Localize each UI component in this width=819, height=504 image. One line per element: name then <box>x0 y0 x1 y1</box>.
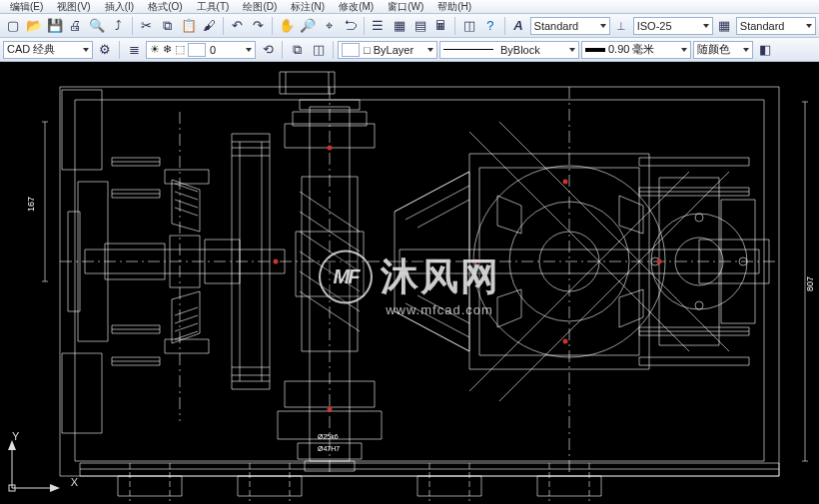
dim-right: 807 <box>805 276 815 291</box>
separator <box>282 41 283 59</box>
svg-line-19 <box>175 200 198 208</box>
dsm-icon[interactable]: ▦ <box>390 16 409 36</box>
chevron-down-icon <box>743 48 749 52</box>
menu-view[interactable]: 视图(V) <box>51 0 96 14</box>
menu-format[interactable]: 格式(O) <box>142 0 188 14</box>
separator <box>223 17 224 35</box>
textstyle-icon[interactable]: A <box>508 16 527 36</box>
zoom-win-icon[interactable]: ⌖ <box>320 16 339 36</box>
axis-x-label: X <box>71 476 78 488</box>
svg-marker-92 <box>619 289 643 327</box>
block-icon[interactable]: ◫ <box>459 16 478 36</box>
new-icon[interactable]: ▢ <box>3 16 22 36</box>
dimstyle-icon[interactable]: ⟂ <box>612 16 631 36</box>
redo-icon[interactable]: ↷ <box>249 16 268 36</box>
color-dropdown[interactable]: □ ByLayer <box>338 41 437 59</box>
dim-style-dropdown[interactable]: ISO-25 <box>633 17 713 35</box>
svg-line-70 <box>417 200 469 228</box>
drawing-canvas[interactable]: 167 807 <box>0 62 819 504</box>
chevron-down-icon <box>600 24 606 28</box>
menu-help[interactable]: 帮助(H) <box>431 0 477 14</box>
layer-color-swatch <box>188 43 206 57</box>
color-swatch <box>342 43 360 57</box>
svg-rect-115 <box>417 476 481 496</box>
paste-icon[interactable]: 📋 <box>179 16 198 36</box>
tablestyle-icon[interactable]: ▦ <box>715 16 734 36</box>
cut-icon[interactable]: ✂ <box>137 16 156 36</box>
svg-rect-117 <box>62 90 102 170</box>
menu-window[interactable]: 窗口(W) <box>382 0 429 14</box>
menu-modify[interactable]: 修改(M) <box>333 0 380 14</box>
pan-icon[interactable]: ✋ <box>277 16 296 36</box>
help-icon[interactable]: ? <box>480 16 499 36</box>
svg-point-95 <box>695 214 703 222</box>
svg-line-20 <box>175 208 198 216</box>
linetype-dropdown[interactable]: ByBlock <box>439 41 579 59</box>
publish-icon[interactable]: ⤴ <box>109 16 128 36</box>
print-icon[interactable]: 🖨 <box>66 16 85 36</box>
menu-edit[interactable]: 编辑(E) <box>4 0 49 14</box>
svg-point-102 <box>657 259 662 264</box>
plotcolor-dropdown[interactable]: 随颜色 <box>693 41 753 59</box>
linetype-value: ByBlock <box>500 44 540 56</box>
svg-marker-91 <box>619 196 643 234</box>
props-icon[interactable]: ☰ <box>369 16 388 36</box>
save-icon[interactable]: 💾 <box>45 16 64 36</box>
svg-point-96 <box>695 301 703 309</box>
table-style-dropdown[interactable]: Standard <box>736 17 816 35</box>
zoom-prev-icon[interactable]: ⮌ <box>341 16 360 36</box>
layer-freeze-icon: ❄ <box>163 43 172 56</box>
workspace-value: CAD 经典 <box>7 42 55 57</box>
undo-icon[interactable]: ↶ <box>228 16 247 36</box>
menu-dim[interactable]: 标注(N) <box>285 0 331 14</box>
workspace-dropdown[interactable]: CAD 经典 <box>3 41 93 59</box>
tp-icon[interactable]: ▤ <box>410 16 429 36</box>
svg-line-69 <box>406 303 469 337</box>
menu-insert[interactable]: 插入(I) <box>99 0 140 14</box>
dim-left: 167 <box>26 197 36 212</box>
text-style-dropdown[interactable]: Standard <box>530 17 610 35</box>
svg-line-59 <box>300 291 360 331</box>
svg-line-73 <box>469 172 689 391</box>
zoom-rt-icon[interactable]: 🔎 <box>298 16 317 36</box>
svg-marker-89 <box>497 196 521 234</box>
open-icon[interactable]: 📂 <box>24 16 43 36</box>
svg-marker-122 <box>50 484 60 492</box>
qcalc-icon[interactable]: 🖩 <box>431 16 450 36</box>
chevron-down-icon <box>427 48 433 52</box>
layers-icon[interactable]: ≣ <box>124 40 144 60</box>
svg-rect-2 <box>280 72 335 94</box>
toolbar-properties: CAD 经典 ⚙ ≣ ☀ ❄ ⬚ 0 ⟲ ⧉ ◫ □ ByLayer ByBlo… <box>0 38 819 62</box>
copy-icon[interactable]: ⧉ <box>158 16 177 36</box>
make-block-icon[interactable]: ◫ <box>309 40 329 60</box>
svg-rect-118 <box>62 353 102 433</box>
cad-drawing: 167 807 <box>0 62 819 504</box>
svg-line-23 <box>175 315 198 323</box>
svg-point-60 <box>274 259 279 264</box>
svg-rect-116 <box>537 476 601 496</box>
svg-rect-1 <box>75 100 764 461</box>
chevron-down-icon <box>569 48 575 52</box>
match-icon[interactable]: 🖌 <box>200 16 219 36</box>
separator <box>272 17 273 35</box>
workspace-settings-icon[interactable]: ⚙ <box>95 40 115 60</box>
lineweight-dropdown[interactable]: 0.90 毫米 <box>581 41 691 59</box>
plotstyle-icon[interactable]: ◧ <box>755 40 775 60</box>
layer-name: 0 <box>210 44 216 56</box>
svg-rect-26 <box>165 339 209 353</box>
separator <box>132 17 133 35</box>
menu-draw[interactable]: 绘图(D) <box>237 0 283 14</box>
menu-tools[interactable]: 工具(T) <box>191 0 236 14</box>
lineweight-value: 0.90 毫米 <box>608 42 654 57</box>
layer-sun-icon: ☀ <box>150 43 160 56</box>
svg-rect-114 <box>238 476 302 496</box>
svg-rect-87 <box>639 158 749 166</box>
layer-prev-icon[interactable]: ⟲ <box>258 40 278 60</box>
layer-lock-icon: ⬚ <box>175 43 185 56</box>
svg-line-24 <box>175 307 198 315</box>
dim-small1: Ø25k6 <box>318 433 339 440</box>
insert-block-icon[interactable]: ⧉ <box>287 40 307 60</box>
separator <box>454 17 455 35</box>
preview-icon[interactable]: 🔍 <box>88 16 107 36</box>
layer-dropdown[interactable]: ☀ ❄ ⬚ 0 <box>146 41 256 59</box>
